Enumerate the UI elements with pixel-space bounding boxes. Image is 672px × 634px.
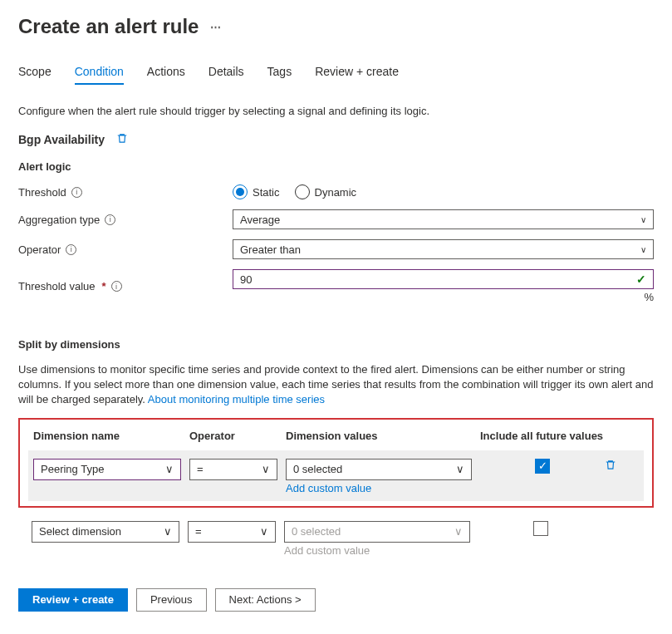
info-icon[interactable]: i [71,187,82,198]
dimension-values-value: 0 selected [292,525,341,538]
delete-signal-icon[interactable] [116,132,128,147]
chevron-down-icon: ∨ [165,463,174,475]
add-custom-value-link: Add custom value [284,544,470,557]
tab-tags[interactable]: Tags [267,61,292,85]
dimensions-description: Use dimensions to monitor specific time … [18,362,654,408]
more-icon[interactable]: ⋯ [210,21,222,33]
delete-dimension-icon[interactable] [605,459,634,474]
dimension-row: Select dimension ∨ = ∨ 0 selected ∨ Add … [18,513,654,563]
dimension-values-select[interactable]: 0 selected ∨ [284,521,470,543]
dimensions-help-link[interactable]: About monitoring multiple time series [148,393,325,405]
chevron-down-icon: ∨ [640,215,646,224]
signal-name: Bgp Availability [18,133,105,146]
intro-text: Configure when the alert rule should tri… [18,105,654,117]
dimension-name-value: Peering Type [41,463,104,475]
dimension-values-value: 0 selected [293,463,342,475]
operator-select[interactable]: Greater than ∨ [233,239,654,259]
required-indicator: * [102,280,106,292]
dimension-operator-select[interactable]: = ∨ [189,459,277,480]
aggregation-select[interactable]: Average ∨ [233,209,654,229]
threshold-label: Threshold [18,186,66,199]
info-icon[interactable]: i [105,214,115,225]
review-create-button[interactable]: Review + create [18,588,128,612]
threshold-value: 90 [240,273,252,286]
next-button[interactable]: Next: Actions > [215,588,316,612]
previous-button[interactable]: Previous [136,588,207,612]
include-future-checkbox[interactable]: ✓ [535,459,550,474]
dimension-row: Peering Type ∨ = ∨ 0 selected ∨ Add cust… [28,450,644,501]
col-include-future: Include all future values [480,430,639,442]
operator-label: Operator [18,243,61,256]
threshold-unit: % [233,291,654,303]
col-operator: Operator [189,430,286,442]
dimensions-highlight-box: Dimension name Operator Dimension values… [18,418,654,508]
info-icon[interactable]: i [66,244,76,255]
info-icon[interactable]: i [111,281,122,292]
operator-value: Greater than [240,243,301,256]
dimension-name-select[interactable]: Select dimension ∨ [32,521,179,543]
include-future-checkbox[interactable] [533,521,548,536]
chevron-down-icon: ∨ [262,463,270,475]
chevron-down-icon: ∨ [164,525,172,538]
tab-scope[interactable]: Scope [18,61,52,85]
dimension-operator-select[interactable]: = ∨ [188,521,276,543]
page-title: Create an alert rule [18,15,199,38]
dimension-name-select[interactable]: Peering Type ∨ [33,459,181,480]
aggregation-label: Aggregation type [18,214,100,226]
chevron-down-icon: ∨ [454,525,463,538]
dimension-values-select[interactable]: 0 selected ∨ [286,459,472,480]
tab-details[interactable]: Details [208,61,244,85]
threshold-value-label: Threshold value [18,280,96,292]
dimension-operator-value: = [197,463,204,475]
tab-bar: Scope Condition Actions Details Tags Rev… [18,61,654,85]
chevron-down-icon: ∨ [260,525,268,538]
valid-check-icon: ✓ [636,273,646,286]
radio-label-dynamic: Dynamic [315,186,357,199]
col-dimension-values: Dimension values [286,430,480,442]
threshold-static-radio[interactable]: Static [233,184,280,199]
dimensions-heading: Split by dimensions [18,338,654,351]
add-custom-value-link[interactable]: Add custom value [286,482,472,494]
tab-condition[interactable]: Condition [75,61,124,85]
aggregation-value: Average [240,214,280,226]
tab-actions[interactable]: Actions [147,61,185,85]
threshold-value-input[interactable]: 90 ✓ [233,269,654,289]
tab-review-create[interactable]: Review + create [315,61,399,85]
dimension-name-value: Select dimension [39,525,121,538]
chevron-down-icon: ∨ [456,463,464,475]
col-dimension-name: Dimension name [33,430,189,442]
alert-logic-heading: Alert logic [18,160,654,173]
threshold-dynamic-radio[interactable]: Dynamic [295,184,357,199]
chevron-down-icon: ∨ [640,245,646,254]
dimension-operator-value: = [195,525,202,538]
radio-label-static: Static [253,186,280,199]
